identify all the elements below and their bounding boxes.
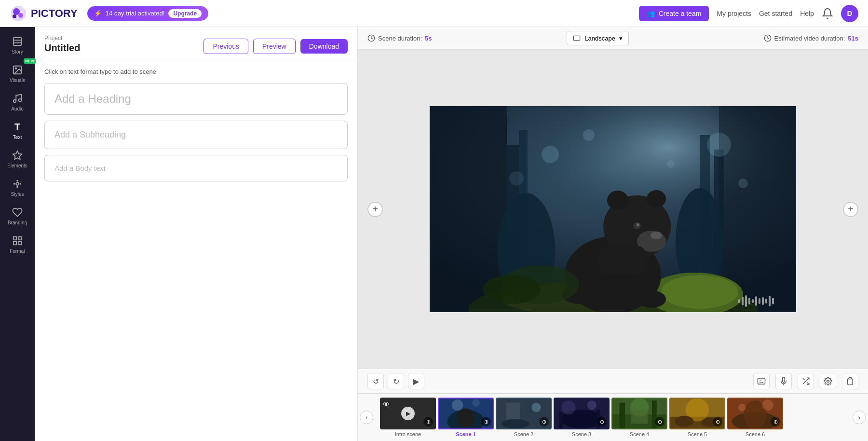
sidebar-item-audio[interactable]: Audio bbox=[0, 88, 35, 116]
redo-button[interactable]: ↻ bbox=[388, 373, 404, 389]
svg-point-9 bbox=[14, 100, 16, 103]
controls-bar: ↺ ↻ ▶ bbox=[358, 369, 868, 393]
previous-button[interactable]: Previous bbox=[203, 39, 248, 54]
timeline-label-scene2: Scene 2 bbox=[514, 431, 533, 437]
timeline-nav-right[interactable]: › bbox=[853, 411, 866, 424]
my-projects-link[interactable]: My projects bbox=[717, 10, 751, 17]
elements-label: Elements bbox=[7, 163, 27, 168]
timeline-item-scene3[interactable]: ⊕ Scene 3 bbox=[554, 398, 610, 437]
timeline-item-scene2[interactable]: ⊕ Scene 2 bbox=[496, 398, 552, 437]
controls-left: ↺ ↻ ▶ bbox=[367, 373, 424, 389]
svg-rect-79 bbox=[506, 403, 520, 422]
canvas-area: ‹ bbox=[358, 50, 868, 369]
svg-point-98 bbox=[675, 416, 694, 427]
sidebar-item-styles[interactable]: Styles bbox=[0, 173, 35, 202]
timeline-item-scene1[interactable]: ⊕ Scene 1 bbox=[438, 398, 494, 437]
right-panel: Scene duration: 5s Landscape ▾ Estimated… bbox=[358, 27, 868, 441]
svg-rect-67 bbox=[772, 298, 774, 304]
svg-point-40 bbox=[607, 191, 628, 210]
story-label: Story bbox=[12, 49, 23, 55]
svg-point-75 bbox=[458, 408, 475, 427]
timeline-thumb-scene2: ⊕ bbox=[496, 398, 552, 429]
timeline-item-scene4[interactable]: ⊕ Scene 4 bbox=[611, 398, 667, 437]
svg-rect-22 bbox=[574, 36, 580, 40]
svg-rect-58 bbox=[742, 297, 744, 305]
sidebar-item-elements[interactable]: Elements bbox=[0, 145, 35, 173]
svg-point-82 bbox=[531, 403, 541, 412]
format-label: Format bbox=[10, 248, 25, 254]
get-started-link[interactable]: Get started bbox=[759, 10, 792, 17]
timeline-item-intro[interactable]: ▶ ⊕ 👁 Intro scene bbox=[380, 398, 436, 437]
svg-point-104 bbox=[762, 400, 773, 411]
timeline-label-intro: Intro scene bbox=[395, 431, 421, 437]
svg-point-70 bbox=[827, 380, 829, 383]
body-text-input[interactable]: Add a Body text bbox=[44, 155, 348, 181]
svg-marker-11 bbox=[13, 151, 22, 159]
svg-rect-61 bbox=[752, 299, 754, 303]
svg-point-51 bbox=[583, 129, 595, 141]
svg-rect-59 bbox=[745, 295, 747, 307]
svg-point-52 bbox=[667, 160, 675, 168]
timeline-item-scene5[interactable]: ⊕ Scene 5 bbox=[669, 398, 725, 437]
user-avatar[interactable]: D bbox=[841, 5, 858, 22]
estimated-label: Estimated video duration: bbox=[774, 35, 845, 42]
sidebar-item-format[interactable]: Format bbox=[0, 230, 35, 259]
timeline-thumb-scene4: ⊕ bbox=[611, 398, 667, 429]
svg-rect-66 bbox=[769, 296, 771, 306]
microphone-button[interactable] bbox=[775, 373, 792, 389]
timeline-scroll: ▶ ⊕ 👁 Intro scene bbox=[375, 398, 851, 437]
timeline-nav-left[interactable]: ‹ bbox=[360, 411, 373, 424]
svg-rect-19 bbox=[14, 242, 16, 245]
timeline-item-scene6[interactable]: ⊕ Scene 6 bbox=[727, 398, 783, 437]
svg-point-1 bbox=[13, 8, 20, 15]
add-scene-right-button[interactable]: + bbox=[843, 202, 858, 217]
chevron-down-icon: ▾ bbox=[619, 35, 623, 42]
layer-badge-2: ⊕ bbox=[539, 417, 549, 427]
styles-label: Styles bbox=[11, 192, 24, 197]
split-icon bbox=[801, 377, 810, 386]
delete-button[interactable] bbox=[842, 373, 858, 389]
svg-point-49 bbox=[542, 146, 559, 163]
trial-badge: ⚡ 14 day trial activated! Upgrade bbox=[87, 6, 209, 21]
svg-point-37 bbox=[661, 275, 738, 309]
create-team-button[interactable]: 👥 Create a team bbox=[639, 6, 709, 21]
timeline-thumb-scene6: ⊕ bbox=[727, 398, 783, 429]
bear-scene-svg bbox=[430, 106, 796, 312]
sidebar-item-story[interactable]: Story bbox=[0, 31, 35, 59]
svg-point-54 bbox=[738, 179, 748, 188]
svg-point-53 bbox=[509, 171, 524, 186]
upgrade-button[interactable]: Upgrade bbox=[168, 9, 202, 18]
visuals-icon bbox=[12, 64, 23, 76]
subheading-input[interactable]: Add a Subheading bbox=[44, 121, 348, 149]
top-nav-right: 👥 Create a team My projects Get started … bbox=[639, 5, 858, 22]
branding-icon bbox=[12, 207, 23, 218]
svg-rect-65 bbox=[765, 299, 767, 303]
svg-point-3 bbox=[13, 14, 16, 18]
captions-button[interactable] bbox=[753, 373, 770, 389]
settings-button[interactable] bbox=[820, 373, 836, 389]
preview-button[interactable]: Preview bbox=[253, 39, 296, 54]
text-label: Text bbox=[13, 135, 22, 140]
orientation-selector[interactable]: Landscape ▾ bbox=[567, 31, 629, 45]
sidebar-item-visuals[interactable]: Visuals NEW bbox=[0, 59, 35, 88]
split-button[interactable] bbox=[798, 373, 814, 389]
timeline-label-scene5: Scene 5 bbox=[688, 431, 707, 437]
notifications-bell-icon[interactable] bbox=[822, 8, 833, 19]
logo-text: PICTORY bbox=[31, 7, 78, 20]
sidebar-item-branding[interactable]: Branding bbox=[0, 202, 35, 230]
svg-rect-63 bbox=[759, 298, 760, 304]
help-link[interactable]: Help bbox=[800, 10, 814, 17]
sidebar-item-text[interactable]: T Text bbox=[0, 116, 35, 145]
audio-icon bbox=[12, 93, 23, 104]
logo[interactable]: PICTORY bbox=[10, 5, 78, 22]
scene-duration-label: Scene duration: bbox=[378, 35, 422, 42]
audio-label: Audio bbox=[11, 106, 24, 111]
left-panel: Project Untitled Previous Preview Downlo… bbox=[35, 27, 358, 441]
heading-input[interactable]: Add a Heading bbox=[44, 83, 348, 115]
clock-icon bbox=[367, 34, 375, 42]
add-scene-left-button[interactable]: + bbox=[367, 202, 383, 217]
svg-point-41 bbox=[647, 190, 666, 207]
download-button[interactable]: Download bbox=[300, 39, 348, 54]
play-button[interactable]: ▶ bbox=[408, 373, 424, 389]
undo-button[interactable]: ↺ bbox=[367, 373, 384, 389]
